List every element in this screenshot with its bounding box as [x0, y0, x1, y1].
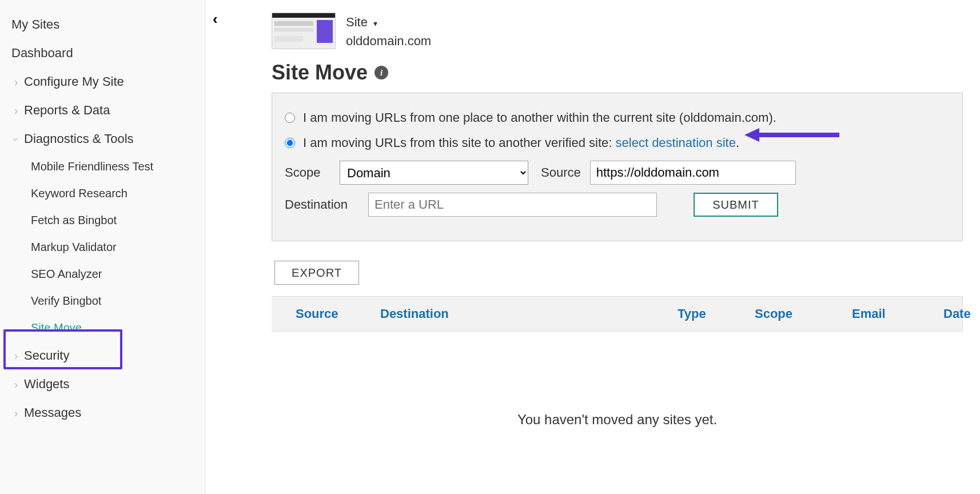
site-header: Site ▾ olddomain.com — [272, 13, 963, 50]
collapse-sidebar-icon[interactable]: ‹ — [213, 10, 218, 28]
info-icon[interactable]: i — [375, 66, 388, 79]
site-label: Site — [346, 15, 368, 29]
site-meta: Site ▾ olddomain.com — [346, 13, 431, 50]
page-title: Site Move i — [272, 61, 963, 85]
nav-label: Diagnostics & Tools — [24, 132, 134, 146]
radio-other-input[interactable] — [285, 138, 295, 148]
nav-label: Reports & Data — [24, 103, 110, 118]
nav-label: My Sites — [11, 17, 59, 32]
site-thumbnail[interactable] — [272, 13, 336, 49]
empty-state-message: You haven't moved any sites yet. — [272, 412, 963, 428]
th-date[interactable]: Date — [943, 306, 971, 321]
radio-other-site[interactable]: I am moving URLs from this site to anoth… — [285, 136, 950, 150]
nav-fetch-bingbot[interactable]: Fetch as Bingbot — [0, 207, 205, 234]
chevron-right-icon: › — [10, 104, 22, 117]
scope-label: Scope — [285, 165, 330, 180]
nav-my-sites[interactable]: My Sites — [0, 10, 205, 39]
nav-seo-analyzer[interactable]: SEO Analyzer — [0, 261, 205, 288]
nav-verify-bingbot[interactable]: Verify Bingbot — [0, 288, 205, 314]
radio-within-input[interactable] — [285, 113, 295, 123]
source-label: Source — [541, 165, 581, 180]
nav-label: Configure My Site — [24, 74, 124, 89]
nav-messages[interactable]: › Messages — [0, 399, 205, 427]
site-domain: olddomain.com — [346, 31, 431, 50]
radio-other-text: I am moving URLs from this site to anoth… — [303, 136, 616, 150]
diagnostics-sublist: Mobile Friendliness Test Keyword Researc… — [0, 153, 205, 341]
nav-diagnostics[interactable]: › Diagnostics & Tools — [0, 125, 205, 153]
nav-mobile-friendliness[interactable]: Mobile Friendliness Test — [0, 153, 205, 180]
destination-row: Destination SUBMIT — [285, 193, 950, 217]
nav-dashboard[interactable]: Dashboard — [0, 39, 205, 67]
scope-source-row: Scope Domain Source — [285, 161, 950, 185]
sidebar: My Sites Dashboard › Configure My Site ›… — [0, 0, 206, 494]
annotation-arrow-icon — [743, 125, 840, 145]
nav-markup-validator[interactable]: Markup Validator — [0, 234, 205, 261]
th-type[interactable]: Type — [678, 306, 755, 321]
site-move-form: I am moving URLs from one place to anoth… — [272, 93, 963, 241]
chevron-right-icon: › — [10, 407, 22, 420]
select-destination-link[interactable]: select destination site — [616, 136, 736, 150]
submit-button[interactable]: SUBMIT — [694, 193, 778, 217]
chevron-down-icon: › — [10, 133, 23, 145]
nav-widgets[interactable]: › Widgets — [0, 370, 205, 399]
site-switcher-caret-icon[interactable]: ▾ — [373, 19, 377, 28]
annotation-highlight — [3, 329, 122, 369]
main-content: Site ▾ olddomain.com Site Move i I am mo… — [229, 0, 980, 428]
chevron-right-icon: › — [10, 75, 22, 89]
th-email[interactable]: Email — [852, 306, 943, 321]
nav-reports[interactable]: › Reports & Data — [0, 96, 205, 125]
page-title-text: Site Move — [272, 61, 368, 85]
period: . — [736, 136, 739, 150]
svg-marker-1 — [744, 128, 759, 142]
th-destination[interactable]: Destination — [380, 306, 563, 321]
source-input[interactable] — [590, 161, 796, 185]
export-button[interactable]: EXPORT — [274, 261, 359, 285]
scope-select[interactable]: Domain — [340, 161, 528, 185]
nav-label: Widgets — [24, 377, 69, 392]
nav-label: Messages — [24, 405, 81, 420]
moves-table-header: Source Destination Type Scope Email Date — [272, 296, 963, 332]
radio-within-label: I am moving URLs from one place to anoth… — [303, 110, 776, 125]
nav-keyword-research[interactable]: Keyword Research — [0, 180, 205, 207]
th-source[interactable]: Source — [272, 306, 380, 321]
nav-configure[interactable]: › Configure My Site — [0, 67, 205, 96]
chevron-right-icon: › — [10, 378, 22, 391]
nav-label: Dashboard — [11, 46, 73, 61]
radio-within-site[interactable]: I am moving URLs from one place to anoth… — [285, 110, 950, 125]
destination-input[interactable] — [368, 193, 657, 217]
destination-label: Destination — [285, 197, 359, 212]
th-scope[interactable]: Scope — [755, 306, 852, 321]
radio-other-label: I am moving URLs from this site to anoth… — [303, 136, 739, 150]
